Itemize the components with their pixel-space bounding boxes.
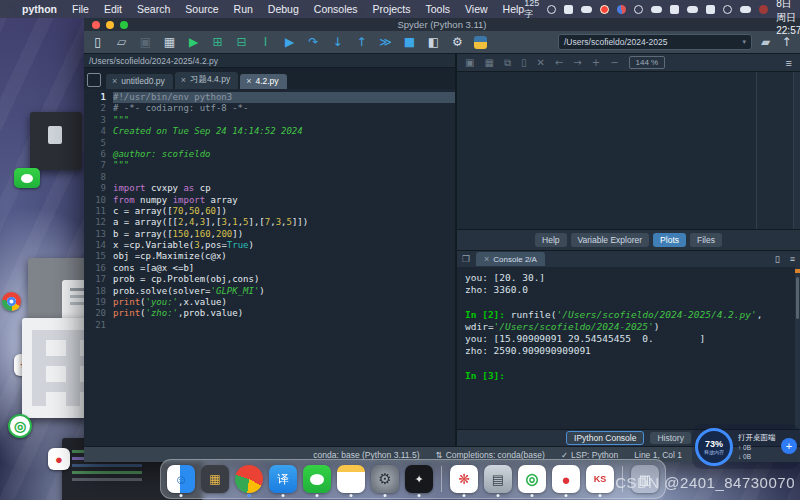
preferences-icon[interactable]: ⚙ bbox=[450, 35, 465, 49]
ipython-console[interactable]: you: [20. 30.]zho: 3360.0 In [2]: runfil… bbox=[457, 267, 800, 429]
plots-options-menu-icon[interactable]: ≡ bbox=[786, 57, 792, 69]
plot-thumbnails-sidebar[interactable] bbox=[756, 72, 793, 229]
wechat-app-icon[interactable] bbox=[303, 465, 331, 493]
zoom-out-icon[interactable]: − bbox=[610, 57, 618, 68]
run-cell-icon[interactable]: ⊞ bbox=[210, 35, 225, 49]
code-editor[interactable]: 1#!/usr/bin/env python32# -*- codiarng: … bbox=[84, 89, 455, 446]
next-plot-icon[interactable]: → bbox=[573, 57, 581, 68]
system-monitor-app-icon[interactable]: ▤ bbox=[484, 465, 512, 493]
settings-app-icon[interactable]: ⚙ bbox=[371, 465, 399, 493]
editor-tab-4.2.py[interactable]: ×4.2.py bbox=[240, 74, 286, 89]
plots-zoom-level[interactable]: 144 % bbox=[629, 56, 666, 69]
open-desktop-label[interactable]: 打开桌面端 bbox=[738, 433, 776, 443]
window-layout-icon[interactable] bbox=[651, 6, 662, 13]
ks-office-app-icon[interactable]: KS bbox=[586, 465, 614, 493]
step-out-icon[interactable]: ↑ bbox=[354, 35, 369, 49]
step-over-icon[interactable]: ↷ bbox=[306, 35, 321, 49]
close-tab-icon[interactable]: × bbox=[112, 76, 117, 86]
browse-tabs-icon[interactable] bbox=[87, 73, 101, 87]
close-tab-icon[interactable]: × bbox=[181, 75, 186, 85]
save-plot-icon[interactable]: ▣ bbox=[465, 57, 474, 68]
save-all-icon[interactable]: ▦ bbox=[162, 35, 177, 49]
keyboard-icon[interactable] bbox=[581, 6, 592, 13]
menu-consoles[interactable]: Consoles bbox=[314, 3, 358, 15]
close-console-icon[interactable]: × bbox=[484, 254, 489, 264]
browse-directory-icon[interactable]: ▰ bbox=[758, 35, 773, 49]
menu-projects[interactable]: Projects bbox=[373, 3, 411, 15]
translate-app-icon[interactable]: 译 bbox=[269, 465, 297, 493]
menu-run[interactable]: Run bbox=[234, 3, 253, 15]
chevron-down-icon[interactable]: ▾ bbox=[742, 38, 746, 46]
step-into-icon[interactable]: ↓ bbox=[330, 35, 345, 49]
tab-plots[interactable]: Plots bbox=[653, 233, 686, 247]
console-tab[interactable]: × Console 2/A bbox=[476, 252, 545, 266]
menu-python[interactable]: python bbox=[22, 3, 57, 15]
scroll-thumb[interactable] bbox=[796, 277, 799, 319]
control-center-icon[interactable] bbox=[740, 6, 751, 13]
launchpad-app-icon[interactable]: ▦ bbox=[201, 465, 229, 493]
red-apple-app-icon[interactable]: ● bbox=[552, 465, 580, 493]
menu-tools[interactable]: Tools bbox=[426, 3, 451, 15]
save-all-plots-icon[interactable]: ▦ bbox=[484, 57, 493, 68]
run-selection-icon[interactable]: I bbox=[258, 35, 273, 49]
remote-desktop-app-icon[interactable]: ❋ bbox=[450, 465, 478, 493]
notes-app-icon[interactable] bbox=[337, 465, 365, 493]
menu-help[interactable]: Help bbox=[503, 3, 525, 15]
menu-source[interactable]: Source bbox=[185, 3, 218, 15]
screen-record-icon[interactable] bbox=[600, 5, 609, 14]
keychain-app-icon[interactable]: ✦ bbox=[405, 465, 433, 493]
copy-plot-icon[interactable]: ⧉ bbox=[504, 57, 511, 69]
wifi-icon[interactable] bbox=[706, 5, 715, 14]
bluetooth-icon[interactable] bbox=[670, 5, 679, 14]
search-icon[interactable] bbox=[723, 5, 732, 14]
remote-share-icon[interactable] bbox=[617, 5, 626, 14]
recording-dot-icon[interactable] bbox=[759, 5, 768, 14]
plots-scrollbar[interactable] bbox=[793, 72, 800, 229]
memory-circle[interactable]: 73% 释放内存 bbox=[695, 428, 733, 466]
menu-view[interactable]: View bbox=[465, 3, 488, 15]
working-directory-input[interactable]: /Users/scofieldo/2024-2025 ▾ bbox=[558, 34, 752, 50]
continue-execution-icon[interactable]: ≫ bbox=[378, 35, 393, 49]
menu-edit[interactable]: Edit bbox=[104, 3, 122, 15]
menu-debug[interactable]: Debug bbox=[268, 3, 299, 15]
open-file-icon[interactable]: ▱ bbox=[114, 35, 129, 49]
tab-history[interactable]: History bbox=[650, 432, 690, 444]
editor-tab-untitled0.py[interactable]: ×untitled0.py bbox=[106, 74, 173, 89]
save-file-icon[interactable]: ▣ bbox=[138, 35, 153, 49]
zoom-in-icon[interactable]: + bbox=[592, 57, 600, 68]
green-ring-app-icon[interactable]: ◎ bbox=[518, 465, 546, 493]
memory-widget[interactable]: 73% 释放内存 打开桌面端 ↑ 0B ↓ 0B + bbox=[692, 424, 800, 469]
browse-console-tabs-icon[interactable]: ❐ bbox=[462, 254, 470, 264]
run-cell-advance-icon[interactable]: ⊟ bbox=[234, 35, 249, 49]
widget-plus-button[interactable]: + bbox=[781, 438, 797, 454]
remove-plot-icon[interactable]: ▯ bbox=[521, 57, 527, 68]
console-menu-icon[interactable]: ≡ bbox=[790, 254, 795, 264]
close-tab-icon[interactable]: × bbox=[246, 76, 251, 86]
window-preview-wechat[interactable] bbox=[30, 112, 82, 170]
cloud-icon[interactable] bbox=[634, 5, 643, 14]
chrome-app-icon[interactable] bbox=[235, 465, 263, 493]
tab-ipython-console[interactable]: IPython Console bbox=[566, 431, 644, 445]
remove-all-plots-icon[interactable]: ✕ bbox=[537, 57, 545, 68]
tab-files[interactable]: Files bbox=[690, 233, 722, 247]
finder-app-icon[interactable]: ☺ bbox=[167, 465, 195, 493]
previous-plot-icon[interactable]: ← bbox=[555, 57, 563, 68]
new-file-icon[interactable]: ▯ bbox=[90, 35, 105, 49]
tab-help[interactable]: Help bbox=[535, 233, 566, 247]
inspect-object-icon[interactable]: ▯ bbox=[775, 254, 780, 264]
console-scrollbar[interactable] bbox=[795, 267, 800, 429]
emoji-picker-icon[interactable] bbox=[547, 5, 556, 14]
mic-icon[interactable] bbox=[564, 5, 573, 14]
menubar-clock[interactable]: 12月8日 周日 22:57 bbox=[776, 0, 800, 36]
stop-debug-icon[interactable]: ■ bbox=[402, 35, 417, 49]
maximize-pane-icon[interactable]: ◧ bbox=[426, 35, 441, 49]
python-path-icon[interactable] bbox=[474, 36, 487, 49]
editor-tab-习题4.4.py[interactable]: ×习题4.4.py bbox=[175, 72, 238, 89]
menu-file[interactable]: File bbox=[72, 3, 89, 15]
menu-search[interactable]: Search bbox=[137, 3, 170, 15]
run-file-icon[interactable]: ▶ bbox=[186, 35, 201, 49]
battery-icon[interactable] bbox=[687, 6, 698, 13]
parent-directory-icon[interactable]: ↑ bbox=[779, 35, 794, 49]
tab-variable-explorer[interactable]: Variable Explorer bbox=[571, 233, 650, 247]
debug-file-icon[interactable]: ▶ bbox=[282, 35, 297, 49]
